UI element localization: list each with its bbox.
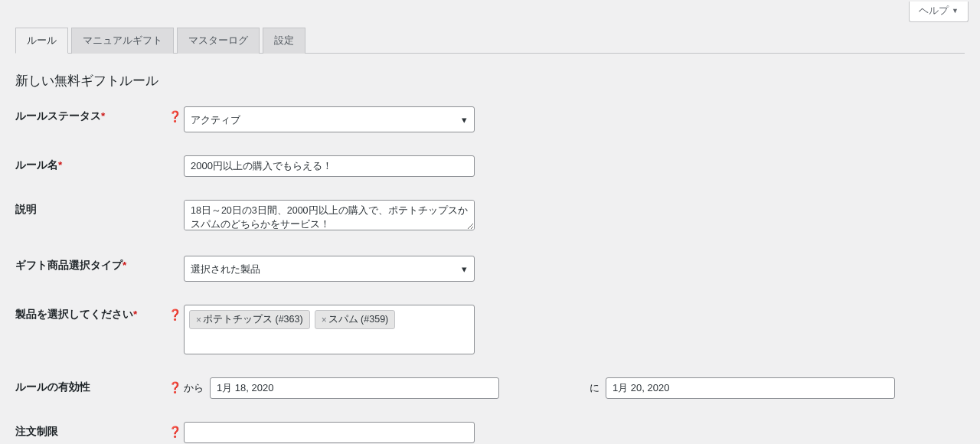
description-textarea[interactable]: 18日～20日の3日間、2000円以上の購入で、ポテトチップスかスパムのどちらか… — [184, 200, 475, 230]
help-button[interactable]: ヘルプ ▼ — [909, 2, 969, 22]
label-rule-validity: ルールの有効性 — [15, 377, 168, 394]
tab-rules[interactable]: ルール — [15, 28, 68, 54]
tab-settings[interactable]: 設定 — [263, 28, 305, 54]
tab-manual-gift[interactable]: マニュアルギフト — [71, 28, 174, 54]
label-to: に — [590, 381, 599, 395]
help-icon[interactable]: ❓ — [168, 309, 181, 321]
gift-type-select[interactable]: 選択された製品 — [184, 256, 475, 282]
label-select-products: 製品を選択してください* — [15, 305, 168, 322]
label-rule-name: ルール名* — [15, 155, 168, 172]
chevron-down-icon: ▼ — [952, 8, 959, 15]
product-tag: ×スパム (#359) — [315, 310, 396, 329]
label-description-text: 説明 — [15, 204, 37, 215]
required-mark: * — [101, 110, 105, 122]
label-order-limit-text: 注文制限 — [15, 426, 58, 437]
label-from: から — [184, 381, 204, 395]
required-mark: * — [58, 159, 62, 171]
label-gift-type: ギフト商品選択タイプ* — [15, 256, 168, 273]
product-tag-label: スパム (#359) — [328, 313, 389, 326]
required-mark: * — [133, 309, 137, 320]
rule-status-select[interactable]: アクティブ — [184, 106, 475, 132]
label-gift-type-text: ギフト商品選択タイプ — [15, 260, 122, 271]
help-button-label: ヘルプ — [919, 5, 949, 18]
remove-tag-icon[interactable]: × — [322, 315, 327, 325]
order-limit-input[interactable] — [184, 422, 475, 443]
product-tag-label: ポテトチップス (#363) — [203, 313, 303, 326]
tabs: ルール マニュアルギフト マスターログ 設定 — [15, 27, 965, 54]
tab-master-log[interactable]: マスターログ — [177, 28, 260, 54]
products-multiselect[interactable]: ×ポテトチップス (#363) ×スパム (#359) — [184, 305, 475, 354]
rule-name-input[interactable] — [184, 155, 475, 177]
page-title: 新しい無料ギフトルール — [15, 72, 965, 90]
help-icon[interactable]: ❓ — [168, 381, 181, 393]
label-rule-status-text: ルールステータス — [15, 110, 101, 122]
date-to-input[interactable] — [606, 377, 895, 399]
label-rule-name-text: ルール名 — [15, 159, 58, 171]
label-order-limit: 注文制限 — [15, 422, 168, 439]
help-icon[interactable]: ❓ — [168, 110, 181, 122]
product-tag: ×ポテトチップス (#363) — [189, 310, 310, 329]
label-rule-validity-text: ルールの有効性 — [15, 381, 90, 393]
required-mark: * — [122, 260, 126, 271]
help-icon[interactable]: ❓ — [168, 426, 181, 438]
label-select-products-text: 製品を選択してください — [15, 309, 133, 320]
label-rule-status: ルールステータス* — [15, 106, 168, 123]
date-from-input[interactable] — [210, 377, 499, 399]
label-description: 説明 — [15, 200, 168, 217]
remove-tag-icon[interactable]: × — [196, 315, 201, 325]
